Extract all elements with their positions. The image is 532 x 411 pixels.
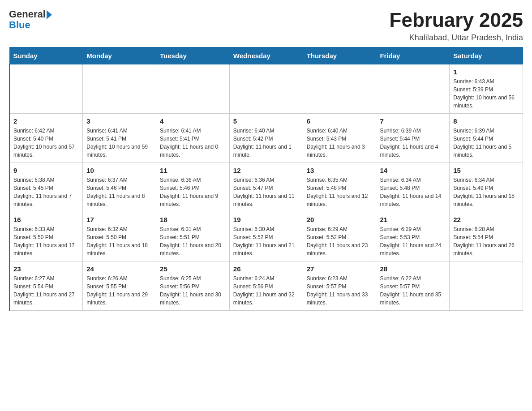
title-block: February 2025 Khalilabad, Uttar Pradesh,… [390, 9, 523, 43]
weekday-header-tuesday: Tuesday [156, 47, 230, 64]
calendar-cell: 10Sunrise: 6:37 AMSunset: 5:46 PMDayligh… [83, 163, 156, 212]
weekday-header-thursday: Thursday [303, 47, 376, 64]
calendar-cell: 6Sunrise: 6:40 AMSunset: 5:43 PMDaylight… [303, 114, 376, 163]
day-info: Sunrise: 6:41 AMSunset: 5:41 PMDaylight:… [86, 127, 152, 159]
day-number: 27 [307, 265, 373, 273]
calendar-cell: 8Sunrise: 6:39 AMSunset: 5:44 PMDaylight… [450, 114, 523, 163]
calendar-cell: 23Sunrise: 6:27 AMSunset: 5:54 PMDayligh… [9, 261, 83, 311]
day-info: Sunrise: 6:37 AMSunset: 5:46 PMDaylight:… [86, 176, 152, 208]
calendar-cell: 17Sunrise: 6:32 AMSunset: 5:50 PMDayligh… [83, 212, 156, 261]
day-number: 25 [160, 265, 226, 273]
calendar-cell [303, 64, 376, 114]
day-number: 4 [160, 117, 226, 125]
day-number: 10 [86, 167, 152, 174]
calendar-body: 1Sunrise: 6:43 AMSunset: 5:39 PMDaylight… [9, 64, 523, 311]
day-info: Sunrise: 6:28 AMSunset: 5:54 PMDaylight:… [453, 225, 519, 257]
day-info: Sunrise: 6:33 AMSunset: 5:50 PMDaylight:… [13, 225, 79, 257]
calendar-header: SundayMondayTuesdayWednesdayThursdayFrid… [9, 47, 523, 64]
logo-arrow-icon [47, 10, 52, 19]
day-info: Sunrise: 6:23 AMSunset: 5:57 PMDaylight:… [307, 274, 373, 307]
calendar-cell: 19Sunrise: 6:30 AMSunset: 5:52 PMDayligh… [229, 212, 303, 261]
day-info: Sunrise: 6:40 AMSunset: 5:43 PMDaylight:… [307, 127, 373, 159]
day-number: 26 [233, 265, 299, 273]
day-number: 8 [453, 117, 519, 125]
day-info: Sunrise: 6:39 AMSunset: 5:44 PMDaylight:… [453, 127, 519, 159]
day-number: 3 [86, 117, 152, 125]
calendar-cell: 13Sunrise: 6:35 AMSunset: 5:48 PMDayligh… [303, 163, 376, 212]
day-info: Sunrise: 6:30 AMSunset: 5:52 PMDaylight:… [233, 225, 299, 257]
day-number: 1 [453, 68, 519, 76]
calendar-cell [9, 64, 83, 114]
day-info: Sunrise: 6:36 AMSunset: 5:46 PMDaylight:… [160, 176, 226, 208]
day-number: 20 [307, 216, 373, 223]
day-number: 6 [307, 117, 373, 125]
calendar-cell: 25Sunrise: 6:25 AMSunset: 5:56 PMDayligh… [156, 261, 230, 311]
day-info: Sunrise: 6:26 AMSunset: 5:55 PMDaylight:… [86, 274, 152, 307]
day-number: 16 [13, 216, 79, 223]
calendar-cell: 5Sunrise: 6:40 AMSunset: 5:42 PMDaylight… [229, 114, 303, 163]
calendar-table: SundayMondayTuesdayWednesdayThursdayFrid… [9, 47, 523, 311]
calendar-cell: 12Sunrise: 6:36 AMSunset: 5:47 PMDayligh… [229, 163, 303, 212]
weekday-header-friday: Friday [376, 47, 450, 64]
calendar-cell: 26Sunrise: 6:24 AMSunset: 5:56 PMDayligh… [229, 261, 303, 311]
weekday-header-saturday: Saturday [450, 47, 523, 64]
calendar-cell: 22Sunrise: 6:28 AMSunset: 5:54 PMDayligh… [450, 212, 523, 261]
day-info: Sunrise: 6:31 AMSunset: 5:51 PMDaylight:… [160, 225, 226, 257]
week-row-2: 2Sunrise: 6:42 AMSunset: 5:40 PMDaylight… [9, 114, 523, 163]
logo-blue: Blue [9, 20, 52, 30]
calendar-cell: 24Sunrise: 6:26 AMSunset: 5:55 PMDayligh… [83, 261, 156, 311]
day-number: 7 [380, 117, 446, 125]
calendar-cell: 15Sunrise: 6:34 AMSunset: 5:49 PMDayligh… [450, 163, 523, 212]
day-info: Sunrise: 6:29 AMSunset: 5:53 PMDaylight:… [380, 225, 446, 257]
calendar-title: February 2025 [390, 9, 523, 31]
calendar-cell: 18Sunrise: 6:31 AMSunset: 5:51 PMDayligh… [156, 212, 230, 261]
calendar-cell: 7Sunrise: 6:39 AMSunset: 5:44 PMDaylight… [376, 114, 450, 163]
day-info: Sunrise: 6:41 AMSunset: 5:41 PMDaylight:… [160, 127, 226, 159]
day-number: 9 [13, 167, 79, 174]
day-number: 24 [86, 265, 152, 273]
calendar-cell: 21Sunrise: 6:29 AMSunset: 5:53 PMDayligh… [376, 212, 450, 261]
weekday-header-wednesday: Wednesday [229, 47, 303, 64]
day-info: Sunrise: 6:25 AMSunset: 5:56 PMDaylight:… [160, 274, 226, 307]
page-header: General Blue February 2025 Khalilabad, U… [9, 9, 523, 43]
calendar-cell: 1Sunrise: 6:43 AMSunset: 5:39 PMDaylight… [450, 64, 523, 114]
day-info: Sunrise: 6:40 AMSunset: 5:42 PMDaylight:… [233, 127, 299, 159]
day-number: 21 [380, 216, 446, 223]
calendar-cell: 11Sunrise: 6:36 AMSunset: 5:46 PMDayligh… [156, 163, 230, 212]
day-number: 17 [86, 216, 152, 223]
day-info: Sunrise: 6:34 AMSunset: 5:48 PMDaylight:… [380, 176, 446, 208]
day-number: 23 [13, 265, 79, 273]
calendar-cell [450, 261, 523, 311]
week-row-5: 23Sunrise: 6:27 AMSunset: 5:54 PMDayligh… [9, 261, 523, 311]
weekday-header-sunday: Sunday [9, 47, 83, 64]
week-row-3: 9Sunrise: 6:38 AMSunset: 5:45 PMDaylight… [9, 163, 523, 212]
day-number: 13 [307, 167, 373, 174]
logo: General Blue [9, 9, 52, 30]
day-number: 2 [13, 117, 79, 125]
day-info: Sunrise: 6:36 AMSunset: 5:47 PMDaylight:… [233, 176, 299, 208]
calendar-cell: 28Sunrise: 6:22 AMSunset: 5:57 PMDayligh… [376, 261, 450, 311]
day-info: Sunrise: 6:38 AMSunset: 5:45 PMDaylight:… [13, 176, 79, 208]
week-row-1: 1Sunrise: 6:43 AMSunset: 5:39 PMDaylight… [9, 64, 523, 114]
day-number: 18 [160, 216, 226, 223]
calendar-subtitle: Khalilabad, Uttar Pradesh, India [390, 33, 523, 43]
calendar-cell [83, 64, 156, 114]
calendar-cell: 27Sunrise: 6:23 AMSunset: 5:57 PMDayligh… [303, 261, 376, 311]
day-info: Sunrise: 6:24 AMSunset: 5:56 PMDaylight:… [233, 274, 299, 307]
calendar-cell [229, 64, 303, 114]
calendar-cell: 2Sunrise: 6:42 AMSunset: 5:40 PMDaylight… [9, 114, 83, 163]
day-number: 28 [380, 265, 446, 273]
calendar-cell: 4Sunrise: 6:41 AMSunset: 5:41 PMDaylight… [156, 114, 230, 163]
day-number: 15 [453, 167, 519, 174]
weekday-header-monday: Monday [83, 47, 156, 64]
day-info: Sunrise: 6:42 AMSunset: 5:40 PMDaylight:… [13, 127, 79, 159]
day-info: Sunrise: 6:32 AMSunset: 5:50 PMDaylight:… [86, 225, 152, 257]
day-number: 19 [233, 216, 299, 223]
calendar-cell: 14Sunrise: 6:34 AMSunset: 5:48 PMDayligh… [376, 163, 450, 212]
calendar-cell: 20Sunrise: 6:29 AMSunset: 5:52 PMDayligh… [303, 212, 376, 261]
day-info: Sunrise: 6:39 AMSunset: 5:44 PMDaylight:… [380, 127, 446, 159]
weekday-header-row: SundayMondayTuesdayWednesdayThursdayFrid… [9, 47, 523, 64]
calendar-cell [376, 64, 450, 114]
day-info: Sunrise: 6:22 AMSunset: 5:57 PMDaylight:… [380, 274, 446, 307]
day-number: 5 [233, 117, 299, 125]
